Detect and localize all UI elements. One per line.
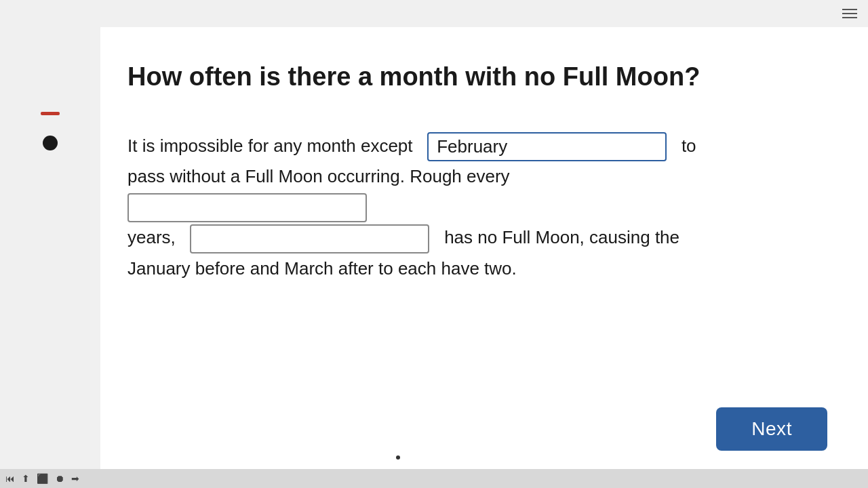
toolbar-icon-forward[interactable]: ➡: [71, 473, 79, 484]
top-bar: [0, 0, 868, 27]
paragraph-part3: years,: [127, 227, 176, 247]
toolbar-icon-up[interactable]: ⬆: [22, 473, 30, 484]
red-dash-decoration: [41, 112, 60, 115]
left-sidebar: [0, 27, 100, 488]
toolbar-icon-record[interactable]: ⏺: [55, 473, 64, 484]
toolbar-icon-back[interactable]: ⏮: [5, 473, 15, 484]
question-title: How often is there a month with no Full …: [127, 61, 717, 94]
paragraph-part1: It is impossible for any month except: [127, 136, 413, 156]
paragraph-text: It is impossible for any month except to…: [127, 131, 738, 283]
toolbar-icon-box[interactable]: ⬛: [37, 473, 48, 484]
bottom-toolbar: ⏮ ⬆ ⬛ ⏺ ➡: [0, 469, 868, 488]
month-input[interactable]: [427, 132, 667, 161]
month-occurrence-input[interactable]: [190, 224, 429, 253]
years-interval-input[interactable]: [127, 193, 367, 222]
main-card: How often is there a month with no Full …: [100, 27, 868, 488]
hamburger-menu-icon[interactable]: [842, 9, 857, 18]
black-circle-decoration: [43, 136, 58, 150]
next-button[interactable]: Next: [716, 407, 827, 451]
